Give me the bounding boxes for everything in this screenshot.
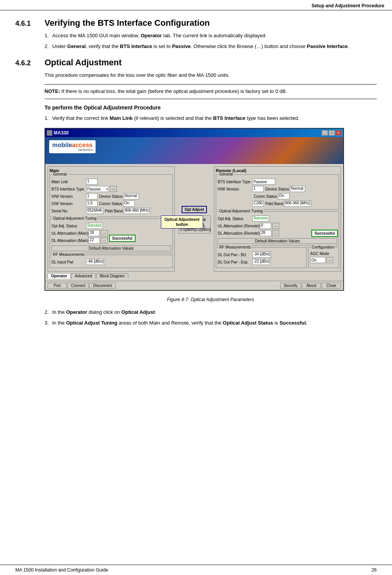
remote-comm-status-label: Comm Status: [254, 194, 277, 199]
section-461-body: 1. Access the MA 1500 GUI main window, O…: [45, 32, 377, 50]
bts-value: Passive ▾: [86, 186, 109, 192]
remote-general-label: General: [218, 172, 234, 176]
list-num: 2.: [45, 43, 52, 50]
list-num: 1.: [45, 32, 52, 40]
about-btn[interactable]: About: [302, 283, 321, 288]
sw-version-row: S/W Version 1.0 Comm Status On: [51, 201, 171, 207]
section-462-num: 4.6.2: [15, 59, 38, 67]
footer-left: MA 1500 Installation and Configuration G…: [15, 567, 108, 573]
remote-bts-label: BTS Interface Type: [218, 180, 252, 184]
close-app-btn[interactable]: Close: [322, 283, 341, 288]
remote-device-value: Normal: [290, 186, 305, 192]
sw-label: S/W Version: [51, 202, 86, 206]
ul-atten-label: UL Attenuation (Main): [51, 231, 88, 235]
note-label: NOTE: If there is no optical loss, the t…: [45, 88, 287, 94]
tab-operator[interactable]: Operator: [48, 273, 71, 278]
agc-mode-row: AGC Mode: [310, 252, 337, 256]
disconnect-btn[interactable]: Disconnect: [89, 283, 115, 288]
optical-btn-callout: Optical Adjustment button: [161, 215, 203, 229]
list-text: In the Operator dialog click on Optical …: [52, 308, 156, 316]
port-btn[interactable]: Port: [48, 283, 67, 288]
titlebar-title: MA330: [54, 130, 69, 136]
successful-left-callout: Successful: [109, 235, 136, 242]
security-btn[interactable]: Security: [280, 283, 301, 288]
bold-general: General: [67, 43, 86, 49]
device-status-value: Normal: [124, 193, 139, 199]
comm-status-value: On: [123, 201, 135, 207]
list-num: 1.: [45, 114, 52, 122]
screenshot-wrapper: MA330 _ □ × mobileaccess Networks: [45, 128, 377, 291]
remote-opt-adj-value: Success: [252, 215, 269, 222]
titlebar-buttons: _ □ ×: [322, 130, 342, 136]
serial-row: Serial No. 0526846 Pdet Band 806-960 [MH…: [51, 208, 171, 214]
remote-hw-label: H/W Version: [218, 187, 252, 191]
bottom-bar: Port Connect Disconnect Security About C…: [45, 281, 343, 290]
agc-value-row: On ...: [310, 257, 337, 263]
remote-ul-atten-row: UL Attenuation (Remote) 0 ...: [218, 223, 337, 229]
remote-opt-tuning-group: Optical Adjusment Tuning Opt Adj. Status…: [216, 211, 339, 246]
connect-btn[interactable]: Connect: [68, 283, 89, 288]
section-462-title: Optical Adjustment: [45, 58, 122, 68]
remote-hw-row: H/W Version 1 Device Status Normal: [218, 186, 337, 192]
titlebar: MA330 _ □ ×: [45, 129, 343, 137]
dl-atten-btn[interactable]: ...: [101, 237, 108, 244]
successful-right-text: Successful: [314, 231, 335, 235]
default-atten-btn[interactable]: Default Attenuation Values: [51, 245, 171, 251]
main-link-value: 1: [86, 179, 98, 185]
ul-atten-btn[interactable]: ...: [101, 230, 108, 236]
remote-ul-btn[interactable]: ...: [272, 223, 279, 229]
titlebar-icon: [47, 130, 52, 136]
logo-networks: Networks: [52, 148, 93, 152]
screenshot-tabs: Operator Advanced Block Diagram: [48, 273, 341, 278]
list-item: 3. In the Optical Adjust Tuning areas of…: [45, 319, 377, 327]
dropdown-arrow: ▾: [106, 187, 108, 191]
remote-panel: Remote (Local) General BTS Interface Typ…: [214, 166, 341, 272]
agc-browse-btn[interactable]: ...: [326, 257, 333, 263]
bold-opt-adjust-tuning: Optical Adjust Tuning: [66, 320, 117, 326]
section-461-num: 4.6.1: [15, 20, 38, 28]
list-item: 2. In the Operator dialog click on Optic…: [45, 308, 377, 316]
main-general-group: General Main Link 1 BTS Interface Type: [50, 174, 173, 217]
list-text: In the Optical Adjust Tuning areas of bo…: [52, 319, 307, 327]
bold-optical-adjust: Optical Adjust: [121, 309, 155, 315]
tab-block-diagram[interactable]: Block Diagram: [96, 273, 128, 278]
tab-advanced[interactable]: Advanced: [71, 273, 95, 278]
successful-left-text: Successful: [112, 236, 132, 240]
dl-out-exp-value: -22 [dBm]: [252, 259, 271, 265]
logo: mobileaccess Networks: [49, 140, 96, 153]
remote-ul-atten-value: 0: [260, 223, 271, 229]
dl-out-bu-label: DL Out Pwr - BU: [218, 253, 252, 257]
maximize-btn[interactable]: □: [329, 130, 335, 136]
config-group: Configuration AGC Mode On: [308, 247, 339, 268]
main-opt-status-row: Opt Adj. Status Success: [51, 223, 171, 229]
browse-btn[interactable]: ...: [110, 186, 117, 192]
pdet-value: 806-960 [MHz]: [124, 208, 151, 214]
comm-status-label: Comm Status: [99, 202, 122, 206]
remote-default-btn[interactable]: Default Attenuation Values: [218, 238, 337, 244]
bts-val-text: Passive: [87, 187, 101, 191]
main-link-row: Main Link 1: [51, 179, 171, 185]
remote-bts-value: Passive: [252, 179, 275, 185]
bold-operator: Operator: [141, 33, 162, 38]
remote-dl-btn[interactable]: ...: [272, 230, 279, 236]
successful-right-callout: Successful: [311, 230, 338, 237]
remote-device-label: Device Status: [265, 187, 289, 191]
bts-label: BTS Interface Type: [51, 187, 86, 191]
note-box: NOTE: If there is no optical loss, the t…: [45, 84, 377, 99]
main-panel: Main General Main Link 1: [48, 166, 175, 272]
bold-successful: Successful.: [280, 320, 307, 326]
figure-caption: Figure 4-7: Optical Adjustment Parameter…: [45, 297, 377, 302]
opt-adj-label: Opt Adj. Status: [51, 224, 86, 228]
minimize-btn[interactable]: _: [322, 130, 328, 136]
close-win-btn[interactable]: ×: [336, 130, 342, 136]
section-462-intro: This procedure compensates for the loss …: [45, 71, 377, 80]
remote-opt-adj-label: Opt Adj. Status: [218, 217, 252, 221]
bold-passive-interface: Passive Interface: [307, 43, 347, 49]
opt-adjust-btn[interactable]: Opt Adjust: [182, 206, 207, 213]
agc-value: On: [310, 257, 326, 263]
dl-out-bu-row: DL Out Pwr - BU -34 [dBm]: [218, 252, 305, 258]
bold-main-link: Main Link: [110, 115, 133, 121]
remote-pdet-value: 806-960 [MHz]: [284, 201, 312, 207]
header-title: Setup and Adjustment Procedure: [311, 3, 384, 8]
remote-panel-title: Remote (Local): [216, 168, 339, 173]
